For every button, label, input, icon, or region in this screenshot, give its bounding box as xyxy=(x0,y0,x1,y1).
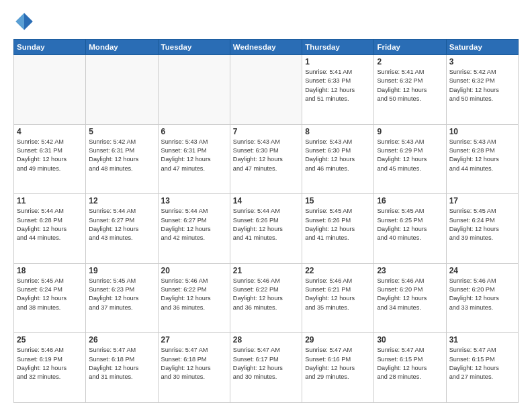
calendar-cell: 22Sunrise: 5:46 AM Sunset: 6:21 PM Dayli… xyxy=(302,263,374,333)
day-number: 4 xyxy=(17,127,83,136)
day-info: Sunrise: 5:44 AM Sunset: 6:28 PM Dayligh… xyxy=(17,207,83,242)
weekday-header-friday: Friday xyxy=(374,40,446,55)
week-row-3: 11Sunrise: 5:44 AM Sunset: 6:28 PM Dayli… xyxy=(14,194,519,264)
calendar-header: SundayMondayTuesdayWednesdayThursdayFrid… xyxy=(14,40,519,55)
day-number: 29 xyxy=(305,335,371,345)
day-info: Sunrise: 5:42 AM Sunset: 6:31 PM Dayligh… xyxy=(89,138,154,173)
day-number: 25 xyxy=(17,335,83,345)
day-info: Sunrise: 5:43 AM Sunset: 6:30 PM Dayligh… xyxy=(233,138,299,173)
day-info: Sunrise: 5:44 AM Sunset: 6:26 PM Dayligh… xyxy=(233,207,299,242)
calendar-cell: 27Sunrise: 5:47 AM Sunset: 6:18 PM Dayli… xyxy=(158,333,230,403)
calendar-cell: 1Sunrise: 5:41 AM Sunset: 6:33 PM Daylig… xyxy=(302,55,374,125)
day-number: 1 xyxy=(305,57,371,66)
day-number: 31 xyxy=(449,335,515,345)
calendar-cell: 20Sunrise: 5:46 AM Sunset: 6:22 PM Dayli… xyxy=(158,263,230,333)
day-info: Sunrise: 5:45 AM Sunset: 6:24 PM Dayligh… xyxy=(449,207,515,242)
calendar-cell: 4Sunrise: 5:42 AM Sunset: 6:31 PM Daylig… xyxy=(14,124,86,194)
week-row-5: 25Sunrise: 5:46 AM Sunset: 6:19 PM Dayli… xyxy=(14,333,519,403)
calendar-cell: 13Sunrise: 5:44 AM Sunset: 6:27 PM Dayli… xyxy=(158,194,230,264)
calendar-cell: 21Sunrise: 5:46 AM Sunset: 6:22 PM Dayli… xyxy=(230,263,302,333)
calendar-cell: 10Sunrise: 5:43 AM Sunset: 6:28 PM Dayli… xyxy=(446,124,518,194)
day-number: 27 xyxy=(161,335,227,345)
calendar-cell: 5Sunrise: 5:42 AM Sunset: 6:31 PM Daylig… xyxy=(86,124,158,194)
calendar-cell: 16Sunrise: 5:45 AM Sunset: 6:25 PM Dayli… xyxy=(374,194,446,264)
calendar-cell xyxy=(86,55,158,125)
svg-marker-1 xyxy=(15,13,24,30)
day-info: Sunrise: 5:47 AM Sunset: 6:17 PM Dayligh… xyxy=(233,346,299,381)
weekday-header-wednesday: Wednesday xyxy=(230,40,302,55)
day-info: Sunrise: 5:43 AM Sunset: 6:29 PM Dayligh… xyxy=(377,138,443,173)
day-info: Sunrise: 5:44 AM Sunset: 6:27 PM Dayligh… xyxy=(161,207,227,242)
day-info: Sunrise: 5:45 AM Sunset: 6:23 PM Dayligh… xyxy=(89,277,154,312)
week-row-2: 4Sunrise: 5:42 AM Sunset: 6:31 PM Daylig… xyxy=(14,124,519,194)
calendar-cell xyxy=(230,55,302,125)
day-info: Sunrise: 5:41 AM Sunset: 6:33 PM Dayligh… xyxy=(305,68,371,103)
calendar-cell: 15Sunrise: 5:45 AM Sunset: 6:26 PM Dayli… xyxy=(302,194,374,264)
day-number: 5 xyxy=(89,127,154,136)
calendar-cell: 24Sunrise: 5:46 AM Sunset: 6:20 PM Dayli… xyxy=(446,263,518,333)
calendar-body: 1Sunrise: 5:41 AM Sunset: 6:33 PM Daylig… xyxy=(14,55,519,403)
day-info: Sunrise: 5:45 AM Sunset: 6:24 PM Dayligh… xyxy=(17,277,83,312)
weekday-header-tuesday: Tuesday xyxy=(158,40,230,55)
calendar-cell: 17Sunrise: 5:45 AM Sunset: 6:24 PM Dayli… xyxy=(446,194,518,264)
day-number: 15 xyxy=(305,196,371,205)
day-info: Sunrise: 5:45 AM Sunset: 6:25 PM Dayligh… xyxy=(377,207,443,242)
weekday-row: SundayMondayTuesdayWednesdayThursdayFrid… xyxy=(14,40,519,55)
calendar-cell: 6Sunrise: 5:43 AM Sunset: 6:31 PM Daylig… xyxy=(158,124,230,194)
day-number: 11 xyxy=(17,196,83,205)
day-number: 16 xyxy=(377,196,443,205)
day-info: Sunrise: 5:41 AM Sunset: 6:32 PM Dayligh… xyxy=(377,68,443,103)
day-number: 23 xyxy=(377,266,443,275)
day-number: 24 xyxy=(449,266,515,275)
week-row-4: 18Sunrise: 5:45 AM Sunset: 6:24 PM Dayli… xyxy=(14,263,519,333)
calendar-cell: 30Sunrise: 5:47 AM Sunset: 6:15 PM Dayli… xyxy=(374,333,446,403)
day-number: 26 xyxy=(89,335,154,345)
weekday-header-saturday: Saturday xyxy=(446,40,518,55)
day-info: Sunrise: 5:46 AM Sunset: 6:21 PM Dayligh… xyxy=(305,277,371,312)
calendar-cell: 28Sunrise: 5:47 AM Sunset: 6:17 PM Dayli… xyxy=(230,333,302,403)
calendar-cell: 23Sunrise: 5:46 AM Sunset: 6:20 PM Dayli… xyxy=(374,263,446,333)
weekday-header-monday: Monday xyxy=(86,40,158,55)
logo-icon xyxy=(13,11,35,32)
logo xyxy=(13,11,38,32)
day-number: 7 xyxy=(233,127,299,136)
day-number: 14 xyxy=(233,196,299,205)
calendar-cell: 9Sunrise: 5:43 AM Sunset: 6:29 PM Daylig… xyxy=(374,124,446,194)
day-number: 9 xyxy=(377,127,443,136)
day-info: Sunrise: 5:46 AM Sunset: 6:20 PM Dayligh… xyxy=(377,277,443,312)
day-number: 12 xyxy=(89,196,154,205)
calendar-table: SundayMondayTuesdayWednesdayThursdayFrid… xyxy=(13,39,519,403)
day-info: Sunrise: 5:42 AM Sunset: 6:32 PM Dayligh… xyxy=(449,68,515,103)
day-info: Sunrise: 5:46 AM Sunset: 6:22 PM Dayligh… xyxy=(161,277,227,312)
day-info: Sunrise: 5:46 AM Sunset: 6:20 PM Dayligh… xyxy=(449,277,515,312)
day-info: Sunrise: 5:43 AM Sunset: 6:31 PM Dayligh… xyxy=(161,138,227,173)
day-info: Sunrise: 5:43 AM Sunset: 6:30 PM Dayligh… xyxy=(305,138,371,173)
weekday-header-sunday: Sunday xyxy=(14,40,86,55)
calendar-cell: 12Sunrise: 5:44 AM Sunset: 6:27 PM Dayli… xyxy=(86,194,158,264)
day-info: Sunrise: 5:47 AM Sunset: 6:15 PM Dayligh… xyxy=(449,346,515,381)
calendar-cell xyxy=(14,55,86,125)
day-info: Sunrise: 5:45 AM Sunset: 6:26 PM Dayligh… xyxy=(305,207,371,242)
week-row-1: 1Sunrise: 5:41 AM Sunset: 6:33 PM Daylig… xyxy=(14,55,519,125)
calendar-cell: 18Sunrise: 5:45 AM Sunset: 6:24 PM Dayli… xyxy=(14,263,86,333)
day-number: 10 xyxy=(449,127,515,136)
day-info: Sunrise: 5:46 AM Sunset: 6:19 PM Dayligh… xyxy=(17,346,83,381)
day-info: Sunrise: 5:46 AM Sunset: 6:22 PM Dayligh… xyxy=(233,277,299,312)
calendar-cell: 26Sunrise: 5:47 AM Sunset: 6:18 PM Dayli… xyxy=(86,333,158,403)
day-info: Sunrise: 5:44 AM Sunset: 6:27 PM Dayligh… xyxy=(89,207,154,242)
calendar-cell: 14Sunrise: 5:44 AM Sunset: 6:26 PM Dayli… xyxy=(230,194,302,264)
day-number: 17 xyxy=(449,196,515,205)
day-number: 28 xyxy=(233,335,299,345)
day-info: Sunrise: 5:43 AM Sunset: 6:28 PM Dayligh… xyxy=(449,138,515,173)
svg-marker-0 xyxy=(24,13,33,30)
calendar-cell: 7Sunrise: 5:43 AM Sunset: 6:30 PM Daylig… xyxy=(230,124,302,194)
day-number: 13 xyxy=(161,196,227,205)
day-info: Sunrise: 5:47 AM Sunset: 6:16 PM Dayligh… xyxy=(305,346,371,381)
day-number: 21 xyxy=(233,266,299,275)
day-info: Sunrise: 5:42 AM Sunset: 6:31 PM Dayligh… xyxy=(17,138,83,173)
page: SundayMondayTuesdayWednesdayThursdayFrid… xyxy=(0,0,532,411)
day-number: 19 xyxy=(89,266,154,275)
calendar-cell: 31Sunrise: 5:47 AM Sunset: 6:15 PM Dayli… xyxy=(446,333,518,403)
calendar-cell: 2Sunrise: 5:41 AM Sunset: 6:32 PM Daylig… xyxy=(374,55,446,125)
day-number: 2 xyxy=(377,57,443,66)
